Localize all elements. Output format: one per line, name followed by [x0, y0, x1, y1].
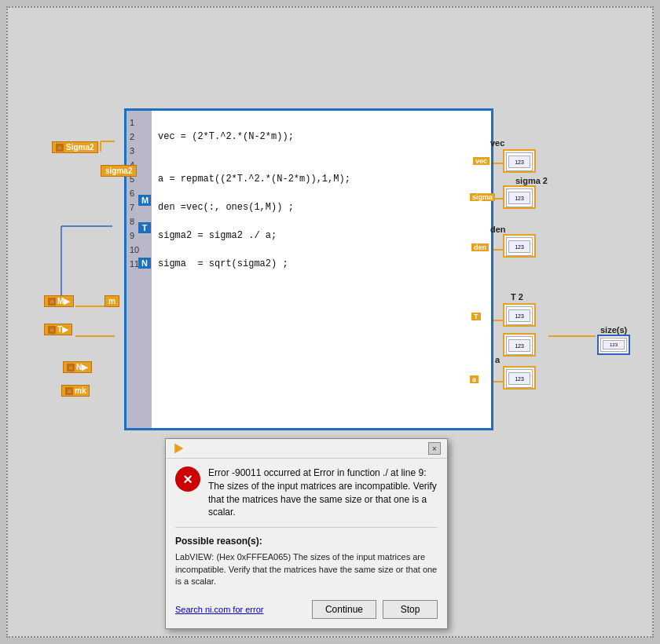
- t-connector: T: [471, 313, 481, 320]
- code-line-4: [158, 158, 485, 172]
- sizes-component: 123: [597, 335, 630, 355]
- main-frame: 1 2 3 4 5 6 7 8 9 10 11 vec = (2*T.^2.*(…: [6, 6, 654, 638]
- line-numbers: 1 2 3 4 5 6 7 8 9 10 11: [126, 111, 152, 428]
- code-line-10: [158, 243, 485, 257]
- code-line-6: [158, 186, 485, 200]
- error-message-text: Error -90011 occurred at Error in functi…: [208, 467, 438, 519]
- code-line-1: [158, 115, 485, 130]
- sigma-connector: sigma: [470, 193, 495, 201]
- error-icon: ×: [175, 467, 200, 492]
- play-icon: [172, 442, 185, 455]
- dialog-titlebar: ×: [166, 439, 447, 459]
- den-component: 123: [503, 234, 536, 258]
- possible-reasons-text: LabVIEW: (Hex 0xFFFEA065) The sizes of t…: [175, 551, 438, 587]
- t-button[interactable]: ⌂ T▶: [44, 324, 72, 335]
- t-connector-label: T: [138, 222, 151, 233]
- code-line-2: vec = (2*T.^2.*(N-2*m));: [158, 130, 485, 144]
- dialog-body: × Error -90011 occurred at Error in func…: [166, 459, 447, 628]
- t2-component: 123: [503, 303, 536, 327]
- a-component: 123: [503, 366, 536, 390]
- sigma2-component: 123: [503, 185, 536, 209]
- vec-label: vec: [490, 138, 504, 148]
- sigma2-right-label: sigma 2: [515, 176, 548, 185]
- stop-button[interactable]: Stop: [383, 600, 438, 619]
- a-label: a: [495, 355, 500, 364]
- a-connector: a: [470, 375, 478, 383]
- vec-component: 123: [503, 149, 536, 173]
- den-connector: den: [471, 243, 489, 251]
- n-button[interactable]: ⌂ N▶: [63, 361, 92, 373]
- dialog-buttons: Continue Stop: [312, 600, 438, 619]
- code-line-3: [158, 144, 485, 158]
- code-line-7: den =vec(:, ones(1,M)) ;: [158, 200, 485, 214]
- mk-button[interactable]: ⌂ mk: [61, 385, 90, 397]
- m-wire-label: m: [104, 295, 119, 307]
- sigma2-lower-label: sigma2: [101, 165, 137, 177]
- possible-reasons-section: Possible reason(s): LabVIEW: (Hex 0xFFFE…: [175, 536, 438, 587]
- m-connector-label: M: [138, 195, 151, 206]
- dialog-footer: Search ni.com for error Continue Stop: [175, 595, 438, 620]
- m-button[interactable]: ⌂ M▶: [44, 295, 74, 307]
- vec-connector: vec: [473, 157, 490, 165]
- dialog-close-button[interactable]: ×: [428, 442, 441, 455]
- possible-reasons-title: Possible reason(s):: [175, 536, 438, 547]
- code-content: vec = (2*T.^2.*(N-2*m)); a = repmat((2*T…: [152, 111, 491, 428]
- error-section: × Error -90011 occurred at Error in func…: [175, 467, 438, 528]
- n-connector-label: N: [138, 258, 151, 269]
- search-link[interactable]: Search ni.com for error: [175, 605, 263, 614]
- t2-label: T 2: [511, 292, 523, 302]
- continue-button[interactable]: Continue: [312, 600, 376, 619]
- sizes-label: size(s): [600, 325, 627, 335]
- error-dialog: × × Error -90011 occurred at Error in fu…: [165, 438, 448, 629]
- code-editor: 1 2 3 4 5 6 7 8 9 10 11 vec = (2*T.^2.*(…: [124, 108, 493, 430]
- code-line-8: [158, 214, 485, 229]
- code-line-11: sigma = sqrt(sigma2) ;: [158, 257, 485, 271]
- dialog-title-left: [172, 442, 185, 455]
- code-line-9: sigma2 = sigma2 ./ a;: [158, 229, 485, 243]
- t2-extra-component: 123: [503, 333, 536, 357]
- sigma2-input-box[interactable]: ⌂ Sigma2: [52, 141, 98, 153]
- den-label: den: [490, 225, 506, 234]
- code-line-5: a = repmat((2*T.^2.*(N-2*m)),1,M);: [158, 172, 485, 186]
